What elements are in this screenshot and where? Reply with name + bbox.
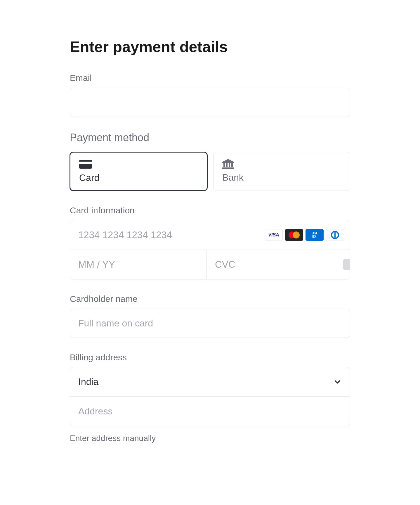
payment-method-options: Card Bank	[70, 152, 350, 191]
payment-method-block: Payment method Card	[70, 132, 350, 191]
email-input[interactable]	[70, 88, 350, 117]
card-expiry-input[interactable]	[70, 250, 206, 279]
svg-rect-7	[222, 167, 234, 169]
country-select[interactable]: India	[70, 367, 350, 397]
country-value: India	[78, 376, 333, 387]
payment-method-card-label: Card	[79, 172, 198, 183]
payment-method-card[interactable]: Card	[70, 152, 207, 191]
svg-rect-4	[226, 163, 228, 167]
visa-icon: VISA	[265, 229, 283, 241]
email-block: Email	[70, 73, 350, 117]
address-input[interactable]	[70, 397, 350, 426]
svg-rect-0	[79, 160, 92, 169]
payment-method-bank-label: Bank	[222, 172, 341, 183]
svg-rect-1	[79, 162, 92, 164]
chevron-down-icon	[333, 378, 342, 386]
card-number-row: VISA AMEX	[70, 220, 350, 250]
page-title: Enter payment details	[70, 38, 350, 56]
billing-group: India	[70, 367, 350, 426]
cardholder-input[interactable]	[70, 309, 350, 338]
card-info-label: Card information	[70, 205, 350, 215]
card-sub-row	[70, 250, 350, 279]
card-cvc-input[interactable]	[207, 250, 343, 279]
card-expiry-wrap	[70, 250, 207, 279]
card-info-block: Card information VISA AMEX	[70, 205, 350, 279]
payment-method-bank[interactable]: Bank	[213, 152, 350, 191]
svg-rect-3	[223, 163, 225, 167]
cvc-icon	[343, 259, 350, 270]
payment-method-label: Payment method	[70, 132, 350, 144]
svg-marker-2	[222, 159, 234, 163]
card-cvc-wrap	[207, 250, 350, 279]
card-input-group: VISA AMEX	[70, 220, 350, 279]
enter-address-manually-link[interactable]: Enter address manually	[70, 434, 156, 444]
diners-icon	[326, 229, 344, 241]
amex-icon: AMEX	[306, 229, 324, 241]
email-label: Email	[70, 73, 350, 83]
svg-rect-5	[229, 163, 230, 167]
cardholder-label: Cardholder name	[70, 294, 350, 304]
bank-icon	[222, 159, 341, 169]
svg-rect-6	[231, 163, 233, 167]
payment-form: Enter payment details Email Payment meth…	[55, 12, 365, 456]
billing-block: Billing address India Enter address manu…	[70, 352, 350, 444]
svg-rect-9	[334, 231, 336, 238]
billing-label: Billing address	[70, 352, 350, 362]
card-icon	[79, 160, 198, 169]
cardholder-block: Cardholder name	[70, 294, 350, 338]
mastercard-icon	[285, 229, 303, 241]
card-brands: VISA AMEX	[265, 229, 344, 241]
card-number-input[interactable]	[70, 220, 265, 250]
